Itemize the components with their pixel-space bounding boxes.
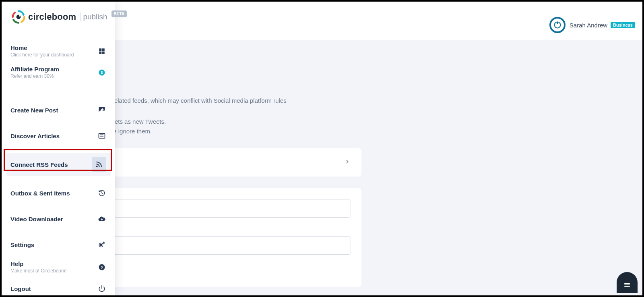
sidebar-item-video[interactable]: Video Downloader [6, 210, 111, 227]
grid-icon [97, 47, 106, 56]
plan-badge: Business [611, 22, 635, 28]
sidebar-item-label: Video Downloader [10, 216, 63, 222]
logo-product: publish [80, 12, 107, 21]
sidebar-item-outbox[interactable]: Outbox & Sent Items [6, 185, 111, 201]
page-desc-line: containing "Twitter user feed"; we ignor… [27, 127, 631, 136]
history-icon [97, 189, 106, 197]
sidebar-item-label: Discover Articles [10, 133, 60, 139]
gears-icon [97, 240, 106, 249]
sidebar-item-create-post[interactable]: Create New Post [6, 102, 111, 118]
sidebar-item-help[interactable]: Help Make most of Circleboom! ? [6, 256, 111, 278]
sidebar-item-logout[interactable]: Logout [6, 280, 111, 297]
logo-brand: circleboom [28, 12, 76, 22]
news-icon [97, 131, 106, 140]
sidebar-item-sub: Click here for your dashboard [10, 52, 74, 58]
question-icon: ? [97, 263, 106, 272]
sidebar-item-label: Settings [10, 241, 34, 248]
logo-mark-icon [11, 10, 26, 24]
sidebar-item-sub: Make most of Circleboom! [10, 268, 66, 274]
chevron-right-icon [345, 159, 350, 166]
sidebar-item-home[interactable]: Home Click here for your dashboard [6, 40, 111, 62]
page-desc-line: om sending someone else's Tweets as new … [27, 117, 631, 127]
sidebar-item-sub: Refer and earn 30% [10, 73, 59, 79]
svg-text:$: $ [101, 71, 103, 75]
power-icon [97, 284, 106, 293]
sidebar-item-label: Help [10, 260, 66, 267]
sidebar-item-discover[interactable]: Discover Articles [6, 127, 111, 144]
svg-rect-5 [99, 51, 101, 54]
sidebar-item-affiliate[interactable]: Affiliate Program Refer and earn 30% $ [6, 62, 111, 83]
page-title: RSS Feed [27, 75, 631, 90]
user-area[interactable]: Sarah Andrew Business [549, 17, 635, 33]
svg-rect-3 [99, 48, 101, 51]
svg-text:?: ? [101, 265, 103, 269]
avatar [549, 17, 566, 33]
dollar-badge-icon: $ [97, 68, 106, 77]
fab-menu-button[interactable] [617, 272, 638, 293]
sidebar-item-rss[interactable]: Connect RSS Feeds [6, 153, 111, 176]
sidebar-item-label: Logout [10, 285, 31, 292]
svg-rect-4 [102, 48, 105, 51]
svg-rect-6 [102, 51, 105, 54]
svg-point-14 [103, 242, 105, 244]
sidebar-item-label: Outbox & Sent Items [10, 190, 70, 197]
sidebar-nav: Home Click here for your dashboard Affil… [2, 40, 115, 297]
rss-icon [95, 160, 103, 169]
sidebar-item-label: Affiliate Program [10, 66, 59, 73]
beta-badge: BETA [111, 10, 127, 17]
user-name: Sarah Andrew [570, 22, 607, 29]
logo[interactable]: circleboom publish BETA [2, 7, 115, 24]
sidebar: circleboom publish BETA Home Click here … [2, 2, 115, 295]
sidebar-item-label: Create New Post [10, 107, 58, 114]
svg-point-2 [19, 15, 21, 17]
breadcrumb: SS Feed [27, 52, 631, 58]
sidebar-item-label: Connect RSS Feeds [10, 161, 68, 168]
sidebar-item-label: Home [10, 44, 74, 51]
svg-point-12 [97, 166, 97, 167]
cloud-download-icon [97, 214, 106, 223]
compose-icon [97, 106, 106, 114]
sidebar-item-settings[interactable]: Settings [6, 236, 111, 253]
page-desc-line: ling, adult content and services-related… [27, 96, 631, 106]
